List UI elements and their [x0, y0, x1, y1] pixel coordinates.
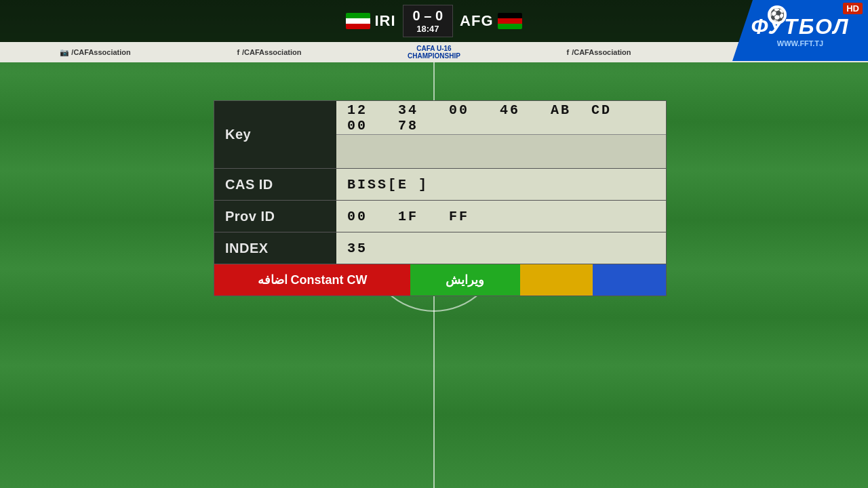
yellow-button[interactable]: [520, 264, 593, 296]
sponsor-facebook-1: f /CAFAssociation: [237, 48, 301, 56]
futbol-url: WWW.FFT.TJ: [777, 39, 823, 47]
futbol-ball-icon: ⚽: [768, 5, 787, 24]
flag-iri: [346, 13, 370, 29]
prov-id-label: Prov ID: [214, 201, 336, 232]
blue-button[interactable]: [593, 264, 666, 296]
futbol-logo: ⚽ ФУТБОЛ WWW.FFT.TJ HD: [732, 0, 868, 61]
team-left-name: IRI: [374, 12, 395, 30]
cafa-logo: CAFA U-16CHAMPIONSHIP: [408, 45, 460, 60]
futbol-text: ФУТБОЛ: [751, 14, 850, 39]
cas-id-label: CAS ID: [214, 169, 336, 200]
cas-id-row: CAS ID BISS[E ]: [214, 169, 666, 201]
score-section: IRI 0 – 0 18:47 AFG: [346, 5, 521, 37]
red-button-label: Constant CW اضافه: [258, 272, 368, 287]
overlay-panel: Key 12 34 00 46 AB CD 00 78 CAS ID BISS[…: [214, 100, 667, 296]
sponsor-instagram-1: 📷 /CAFAssociation: [60, 48, 130, 57]
team-right-name: AFG: [460, 12, 493, 30]
score-box: 0 – 0 18:47: [403, 5, 453, 37]
flag-afg: [498, 13, 522, 29]
match-time: 18:47: [413, 24, 443, 34]
key-row: Key 12 34 00 46 AB CD 00 78: [214, 101, 666, 169]
score-value: 0 – 0: [413, 8, 443, 23]
sponsor-facebook-2: f /CAFAssociation: [566, 48, 631, 56]
green-button-label: ویرایش: [446, 272, 484, 287]
key-label: Key: [214, 101, 336, 168]
red-button[interactable]: Constant CW اضافه: [214, 264, 410, 296]
scoreboard-bar: IRI 0 – 0 18:47 AFG: [0, 0, 868, 42]
index-value[interactable]: 35: [336, 232, 666, 264]
index-row: INDEX 35: [214, 232, 666, 264]
prov-id-row: Prov ID 00 1F FF: [214, 201, 666, 232]
key-value-top[interactable]: 12 34 00 46 AB CD 00 78: [336, 101, 666, 135]
key-value-bottom[interactable]: [336, 135, 666, 168]
prov-id-value[interactable]: 00 1F FF: [336, 201, 666, 232]
cas-id-value[interactable]: BISS[E ]: [336, 169, 666, 200]
button-bar: Constant CW اضافه ویرایش: [214, 264, 666, 296]
index-label: INDEX: [214, 232, 336, 264]
green-button[interactable]: ویرایش: [410, 264, 520, 296]
futbol-hd-badge: HD: [843, 3, 863, 14]
